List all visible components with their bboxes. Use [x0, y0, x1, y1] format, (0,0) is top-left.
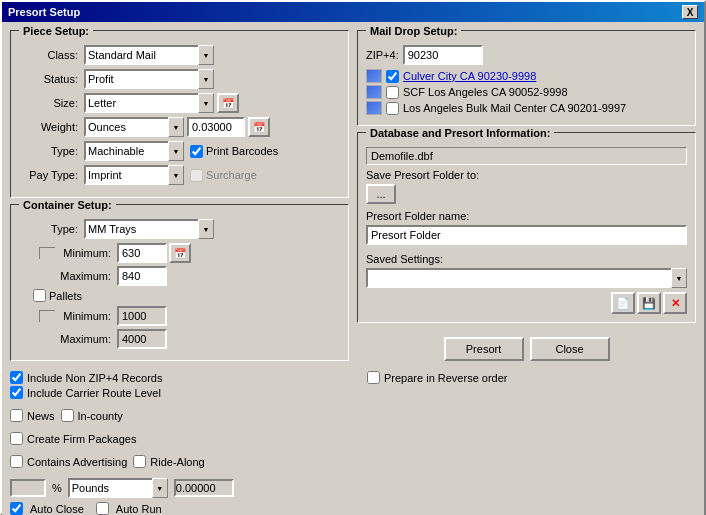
auto-run-row: Auto Close Auto Run — [10, 502, 696, 515]
window-title: Presort Setup — [8, 6, 80, 18]
address2-checkbox[interactable] — [386, 86, 399, 99]
main-checkboxes: Include Non ZIP+4 Records Include Carrie… — [10, 371, 349, 399]
include-carrier-checkbox[interactable] — [10, 386, 23, 399]
tray-min-calendar-icon: 📅 — [174, 248, 186, 259]
ride-along-row: Ride-Along — [133, 455, 204, 468]
in-county-row: In-county — [61, 409, 123, 422]
percent-symbol: % — [52, 482, 62, 494]
tray-min-input[interactable] — [117, 243, 167, 263]
pay-type-select-wrapper: Imprint Metered Stamp ▼ — [84, 165, 184, 185]
surcharge-checkbox[interactable] — [190, 169, 203, 182]
percent-pounds-row: % Pounds Ounces ▼ — [10, 478, 349, 498]
prepare-reverse-row: Prepare in Reverse order — [367, 371, 696, 384]
type-select[interactable]: Machinable Non-Machinable — [84, 141, 184, 161]
class-label: Class: — [19, 49, 84, 61]
misc-bottom-row2: Create Firm Packages — [10, 432, 349, 445]
pallet-max-row: Maximum: — [39, 329, 340, 349]
ride-along-checkbox[interactable] — [133, 455, 146, 468]
tray-min-calendar-button[interactable]: 📅 — [169, 243, 191, 263]
pounds-unit-select[interactable]: Pounds Ounces — [68, 478, 168, 498]
contains-advertising-checkbox[interactable] — [10, 455, 23, 468]
container-type-row: Type: MM Trays EMM Trays Flats Trays ▼ — [19, 219, 340, 239]
pallets-row: Pallets — [33, 289, 340, 302]
close-dialog-button[interactable]: Close — [530, 337, 610, 361]
save-doc-icon: 💾 — [642, 297, 656, 310]
new-doc-icon: 📄 — [616, 297, 630, 310]
contains-advertising-row: Contains Advertising — [10, 455, 127, 468]
pallets-checkbox[interactable] — [33, 289, 46, 302]
folder-name-label: Presort Folder name: — [366, 210, 687, 222]
save-folder-label: Save Presort Folder to: — [366, 169, 687, 181]
print-barcodes-checkbox[interactable] — [190, 145, 203, 158]
pallet-min-input[interactable] — [117, 306, 167, 326]
tray-max-row: Maximum: — [39, 266, 340, 286]
status-select[interactable]: Profit Non-Profit — [84, 69, 214, 89]
pallet-min-row: Minimum: — [39, 306, 340, 326]
zip4-row: ZIP+4: — [366, 45, 687, 65]
zip4-input[interactable] — [403, 45, 483, 65]
pounds-value-input[interactable] — [174, 479, 234, 497]
close-button[interactable]: X — [682, 5, 698, 19]
type-select-wrapper: Machinable Non-Machinable ▼ — [84, 141, 184, 161]
tray-max-input[interactable] — [117, 266, 167, 286]
tray-min-label: Minimum: — [57, 247, 117, 259]
size-calendar-button[interactable]: 📅 — [217, 93, 239, 113]
new-settings-button[interactable]: 📄 — [611, 292, 635, 314]
saved-settings-select-wrapper: ▼ — [366, 268, 687, 288]
tray-max-label: Maximum: — [57, 270, 117, 282]
class-select[interactable]: Standard Mail First Class Periodicals — [84, 45, 214, 65]
address2-row: SCF Los Angeles CA 90052-9998 — [366, 85, 687, 99]
include-nonzip4-checkbox[interactable] — [10, 371, 23, 384]
title-bar: Presort Setup X — [2, 2, 704, 22]
presort-button[interactable]: Presort — [444, 337, 524, 361]
news-checkbox[interactable] — [10, 409, 23, 422]
weight-label: Weight: — [19, 121, 84, 133]
pallet-max-label: Maximum: — [57, 333, 117, 345]
pallet-max-input[interactable] — [117, 329, 167, 349]
folder-name-input[interactable] — [366, 225, 687, 245]
saved-settings-select[interactable] — [366, 268, 687, 288]
size-label: Size: — [19, 97, 84, 109]
pounds-unit-wrapper: Pounds Ounces ▼ — [68, 478, 168, 498]
percent-input[interactable] — [10, 479, 46, 497]
container-setup-group: Container Setup: Type: MM Trays EMM Tray… — [10, 204, 349, 361]
pallet-min-label: Minimum: — [57, 310, 117, 322]
weight-unit-select[interactable]: Ounces Pounds — [84, 117, 184, 137]
browse-button[interactable]: ... — [366, 184, 396, 204]
mail-drop-label: Mail Drop Setup: — [366, 25, 461, 37]
save-settings-button[interactable]: 💾 — [637, 292, 661, 314]
size-row: Size: Letter Flat Parcel ▼ 📅 — [19, 93, 340, 113]
address1-checkbox[interactable] — [386, 70, 399, 83]
surcharge-label: Surcharge — [190, 169, 257, 182]
prepare-reverse-label: Prepare in Reverse order — [384, 372, 508, 384]
include-carrier-row: Include Carrier Route Level — [10, 386, 349, 399]
presort-close-buttons: Presort Close — [357, 337, 696, 361]
mail-icon-2 — [366, 85, 382, 99]
delete-settings-button[interactable]: ✕ — [663, 292, 687, 314]
pay-type-label: Pay Type: — [19, 169, 84, 181]
container-type-wrapper: MM Trays EMM Trays Flats Trays ▼ — [84, 219, 214, 239]
container-type-select[interactable]: MM Trays EMM Trays Flats Trays — [84, 219, 214, 239]
weight-calendar-button[interactable]: 📅 — [248, 117, 270, 137]
auto-run-checkbox[interactable] — [96, 502, 109, 515]
presort-setup-window: Presort Setup X Piece Setup: Class: Stan… — [0, 0, 706, 515]
main-content: Piece Setup: Class: Standard Mail First … — [10, 30, 696, 498]
create-firm-row: Create Firm Packages — [10, 432, 136, 445]
address2-text: SCF Los Angeles CA 90052-9998 — [403, 86, 568, 98]
print-barcodes-label: Print Barcodes — [190, 145, 278, 158]
address1-text[interactable]: Culver City CA 90230-9998 — [403, 70, 536, 82]
mail-icon-1 — [366, 69, 382, 83]
browse-button-row: ... — [366, 184, 687, 204]
status-row: Status: Profit Non-Profit ▼ — [19, 69, 340, 89]
auto-close-checkbox[interactable] — [10, 502, 23, 515]
prepare-reverse-checkbox[interactable] — [367, 371, 380, 384]
weight-value-input[interactable] — [187, 117, 245, 137]
pay-type-select[interactable]: Imprint Metered Stamp — [84, 165, 184, 185]
address3-checkbox[interactable] — [386, 102, 399, 115]
in-county-checkbox[interactable] — [61, 409, 74, 422]
misc-bottom-row3: Contains Advertising Ride-Along — [10, 455, 349, 468]
misc-bottom-row: News In-county — [10, 409, 349, 422]
size-select[interactable]: Letter Flat Parcel — [84, 93, 214, 113]
weight-row: Weight: Ounces Pounds ▼ � — [19, 117, 340, 137]
create-firm-checkbox[interactable] — [10, 432, 23, 445]
